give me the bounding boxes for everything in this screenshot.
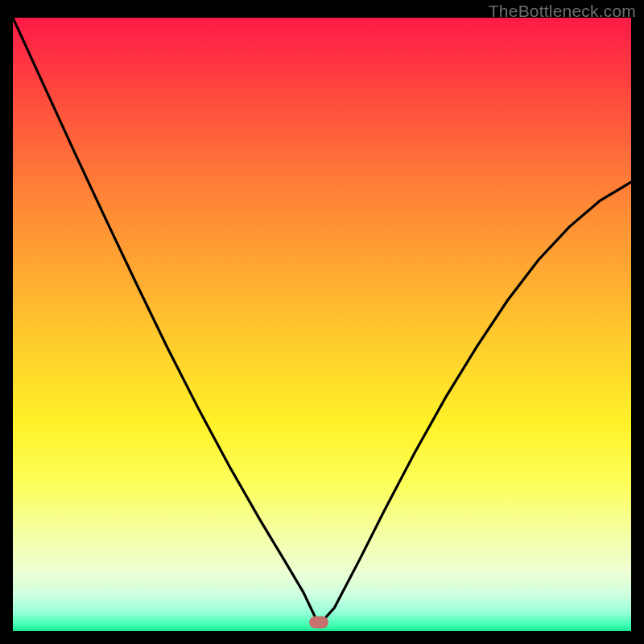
- min-marker: [309, 616, 328, 628]
- chart-frame: [13, 18, 631, 631]
- curve-svg: [13, 18, 631, 631]
- bottleneck-curve: [13, 18, 631, 625]
- plot-area: [13, 18, 631, 631]
